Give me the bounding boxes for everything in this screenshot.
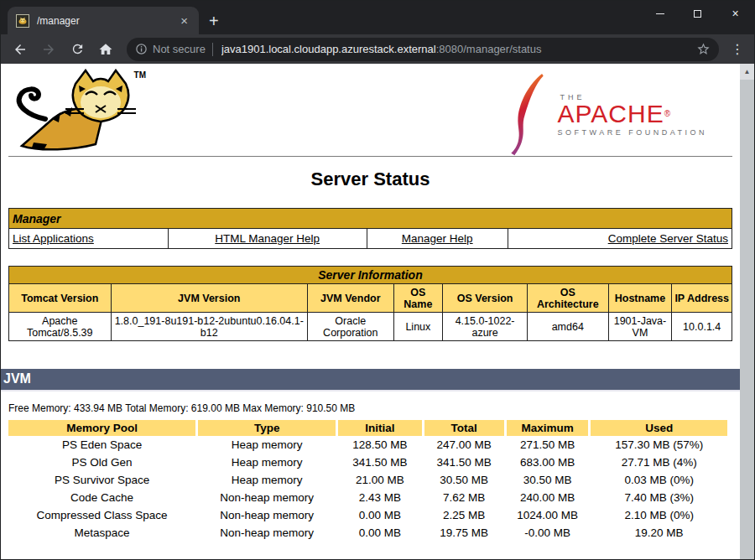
info-icon — [135, 43, 148, 55]
cell-initial: 0.00 MB — [338, 506, 421, 524]
cell-pool: Metaspace — [8, 524, 195, 542]
cell-maximum: 683.00 MB — [507, 454, 589, 471]
apache-name: APACHE® — [558, 101, 708, 127]
server-info-table: Server Information Tomcat Version JVM Ve… — [8, 266, 732, 341]
maximize-icon — [694, 10, 701, 18]
list-applications-link[interactable]: List Applications — [13, 232, 94, 245]
memory-table-header-row: Memory Pool Type Initial Total Maximum U… — [8, 420, 727, 436]
back-button[interactable] — [8, 38, 32, 61]
reload-icon — [70, 42, 85, 56]
col-memory-pool: Memory Pool — [8, 420, 195, 436]
registered-mark: ® — [664, 109, 671, 118]
back-icon — [13, 42, 28, 57]
bookmark-star-icon[interactable] — [696, 42, 711, 56]
nav-cell: HTML Manager Help — [168, 229, 367, 249]
cell-pool: Code Cache — [8, 489, 195, 506]
close-button[interactable]: × — [716, 1, 754, 26]
manager-help-link[interactable]: Manager Help — [402, 232, 473, 245]
address-bar[interactable]: Not secure java1901.local.cloudapp.azure… — [127, 38, 719, 61]
cell-pool: PS Survivor Space — [8, 471, 195, 489]
cell-total: 247.00 MB — [424, 436, 504, 454]
apache-subtitle: SOFTWARE FOUNDATION — [558, 128, 708, 137]
cell-total: 7.62 MB — [424, 489, 504, 506]
jvm-version-value: 1.8.0_191-8u191-b12-2ubuntu0.16.04.1-b12 — [111, 313, 307, 341]
apache-logo-text: THE APACHE® SOFTWARE FOUNDATION — [558, 93, 708, 137]
home-icon — [98, 42, 113, 57]
cell-maximum: 271.50 MB — [507, 436, 589, 454]
security-label: Not secure — [153, 43, 206, 55]
browser-window: /manager × + × Not secure java1901.local… — [0, 0, 755, 560]
memory-row-code-cache: Code Cache Non-heap memory 2.43 MB 7.62 … — [8, 489, 727, 506]
cell-used: 7.40 MB (3%) — [591, 489, 727, 506]
browser-toolbar: Not secure java1901.local.cloudapp.azure… — [1, 34, 754, 64]
apache-feather-icon — [509, 74, 553, 156]
col-total: Total — [424, 420, 504, 436]
tomcat-cat-image — [8, 69, 151, 153]
cell-maximum: -0.00 MB — [507, 524, 589, 542]
memory-row-compressed-class-space: Compressed Class Space Non-heap memory 0… — [8, 506, 727, 524]
ip-address-value: 10.0.1.4 — [672, 313, 732, 341]
url-path: :8080/manager/status — [436, 43, 542, 55]
page-viewport: ▲ T — [1, 64, 754, 559]
cell-used: 27.71 MB (4%) — [591, 454, 727, 471]
col-os-architecture: OS Architecture — [528, 284, 609, 313]
close-icon: × — [732, 7, 738, 20]
cell-maximum: 1024.00 MB — [507, 506, 589, 524]
col-tomcat-version: Tomcat Version — [9, 284, 112, 313]
cell-total: 341.50 MB — [424, 454, 504, 471]
page-content: TM THE APACHE® SOFTWARE FOUNDATION — [1, 64, 740, 542]
scrollbar-thumb[interactable] — [740, 80, 754, 559]
manager-nav-table: Manager List Applications HTML Manager H… — [8, 208, 732, 249]
hostname-value: 1901-Java-VM — [608, 313, 672, 341]
scroll-up-icon[interactable]: ▲ — [740, 64, 754, 80]
col-maximum: Maximum — [507, 420, 589, 436]
col-jvm-version: JVM Version — [111, 284, 307, 313]
cell-total: 19.75 MB — [424, 524, 504, 542]
tomcat-trademark: TM — [134, 70, 146, 80]
browser-menu-icon[interactable]: ⋮ — [726, 41, 749, 57]
cell-type: Non-heap memory — [198, 506, 336, 524]
complete-server-status-link[interactable]: Complete Server Status — [608, 232, 728, 245]
url-text: java1901.local.cloudapp.azurestack.exter… — [221, 43, 696, 55]
reload-button[interactable] — [65, 38, 89, 61]
tab-close-icon[interactable]: × — [178, 13, 190, 28]
cell-maximum: 240.00 MB — [507, 489, 589, 506]
nav-cell: List Applications — [9, 229, 169, 249]
apache-logo: THE APACHE® SOFTWARE FOUNDATION — [509, 74, 708, 156]
html-manager-help-link[interactable]: HTML Manager Help — [215, 232, 320, 245]
new-tab-button[interactable]: + — [209, 13, 219, 29]
server-info-data-row: Apache Tomcat/8.5.39 1.8.0_191-8u191-b12… — [9, 313, 732, 341]
maximize-button[interactable] — [679, 1, 716, 26]
tab-title: /manager — [37, 15, 178, 27]
os-architecture-value: amd64 — [528, 313, 609, 341]
memory-row-ps-survivor-space: PS Survivor Space Heap memory 21.00 MB 3… — [8, 471, 727, 489]
tomcat-logo: TM — [8, 69, 151, 153]
jvm-vendor-value: Oracle Corporation — [308, 313, 394, 341]
cell-type: Heap memory — [198, 436, 336, 454]
memory-row-metaspace: Metaspace Non-heap memory 0.00 MB 19.75 … — [8, 524, 727, 542]
forward-icon — [41, 42, 56, 57]
minimize-button[interactable] — [641, 1, 679, 26]
header-logos: TM THE APACHE® SOFTWARE FOUNDATION — [8, 69, 732, 154]
memory-row-ps-eden-space: PS Eden Space Heap memory 128.50 MB 247.… — [8, 436, 727, 454]
browser-tab[interactable]: /manager × — [8, 7, 199, 34]
col-ip-address: IP Address — [672, 284, 732, 313]
cell-used: 19.20 MB — [591, 524, 727, 542]
cell-maximum: 30.50 MB — [507, 471, 589, 489]
cell-used: 157.30 MB (57%) — [591, 436, 727, 454]
jvm-section-header: JVM — [1, 369, 740, 391]
forward-button[interactable] — [37, 38, 60, 61]
memory-pool-table: Memory Pool Type Initial Total Maximum U… — [6, 420, 730, 542]
cell-used: 2.10 MB (0%) — [591, 506, 727, 524]
cell-initial: 0.00 MB — [338, 524, 421, 542]
tomcat-version-value: Apache Tomcat/8.5.39 — [9, 313, 112, 341]
tab-strip: /manager × + × — [1, 1, 754, 34]
header-divider — [8, 156, 732, 157]
col-initial: Initial — [338, 420, 421, 436]
vertical-scrollbar[interactable]: ▲ — [740, 64, 754, 559]
server-info-title: Server Information — [9, 267, 732, 284]
col-used: Used — [591, 420, 727, 436]
home-button[interactable] — [94, 38, 117, 61]
cell-type: Heap memory — [198, 454, 336, 471]
minimize-icon — [656, 13, 664, 14]
